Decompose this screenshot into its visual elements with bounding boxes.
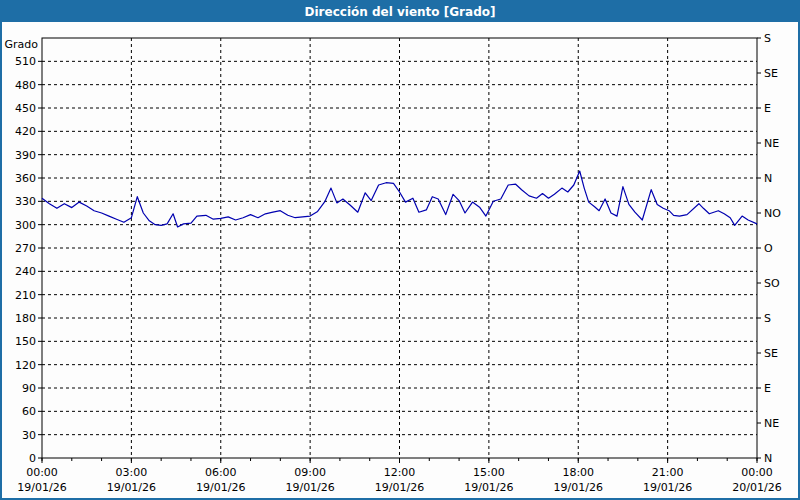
y-left-tick-label: 330: [15, 195, 36, 208]
y-right-tick-label: NE: [764, 137, 779, 150]
y-left-tick-label: 210: [15, 289, 36, 302]
chart-title: Dirección del viento [Grado]: [305, 5, 496, 19]
y-left-axis-title: Grado: [5, 38, 39, 51]
y-right-tick-label: SE: [764, 347, 778, 360]
y-left-tick-label: 60: [22, 405, 36, 418]
y-left-tick-label: 180: [15, 312, 36, 325]
x-date-label: 19/01/26: [464, 481, 513, 494]
x-date-label: 19/01/26: [375, 481, 424, 494]
y-left-tick-label: 150: [15, 335, 36, 348]
x-date-label: 20/01/26: [732, 481, 781, 494]
y-left-tick-label: 240: [15, 265, 36, 278]
y-right-tick-label: SO: [764, 277, 780, 290]
x-date-label: 19/01/26: [554, 481, 603, 494]
y-right-tick-label: NE: [764, 417, 779, 430]
y-left-tick-label: 390: [15, 149, 36, 162]
chart-window: Dirección del viento [Grado] 03060901201…: [0, 0, 800, 500]
x-time-label: 03:00: [116, 466, 148, 479]
y-right-tick-label: NO: [764, 207, 781, 220]
x-time-label: 15:00: [473, 466, 505, 479]
wind-direction-chart: 0306090120150180210240270300330360390420…: [2, 22, 798, 498]
y-right-tick-label: S: [764, 312, 771, 325]
x-time-label: 00:00: [741, 466, 773, 479]
y-left-tick-label: 300: [15, 219, 36, 232]
y-right-tick-label: N: [764, 452, 772, 465]
x-time-label: 06:00: [205, 466, 237, 479]
x-time-label: 09:00: [294, 466, 326, 479]
x-date-label: 19/01/26: [107, 481, 156, 494]
x-date-label: 19/01/26: [643, 481, 692, 494]
y-left-tick-label: 450: [15, 102, 36, 115]
y-left-tick-label: 270: [15, 242, 36, 255]
y-right-tick-label: E: [764, 382, 771, 395]
x-date-label: 19/01/26: [285, 481, 334, 494]
x-time-label: 18:00: [562, 466, 594, 479]
y-left-tick-label: 480: [15, 79, 36, 92]
y-left-tick-label: 0: [29, 452, 36, 465]
y-left-tick-label: 510: [15, 55, 36, 68]
y-right-tick-label: O: [764, 242, 773, 255]
y-left-tick-label: 360: [15, 172, 36, 185]
chart-area: 0306090120150180210240270300330360390420…: [2, 22, 798, 498]
x-date-label: 19/01/26: [17, 481, 66, 494]
x-time-label: 00:00: [26, 466, 58, 479]
y-right-tick-label: E: [764, 102, 771, 115]
chart-title-bar: Dirección del viento [Grado]: [2, 2, 798, 22]
y-left-tick-label: 30: [22, 429, 36, 442]
y-left-tick-label: 90: [22, 382, 36, 395]
y-right-tick-label: SE: [764, 67, 778, 80]
x-time-label: 21:00: [652, 466, 684, 479]
y-left-tick-label: 120: [15, 359, 36, 372]
y-left-tick-label: 420: [15, 125, 36, 138]
x-date-label: 19/01/26: [196, 481, 245, 494]
y-right-tick-label: N: [764, 172, 772, 185]
y-right-tick-label: S: [764, 32, 771, 45]
x-time-label: 12:00: [384, 466, 416, 479]
